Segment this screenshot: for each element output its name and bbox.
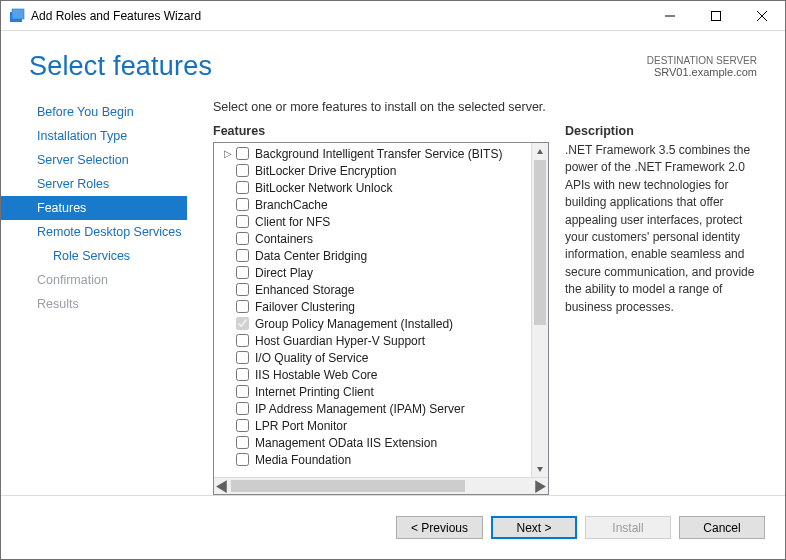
expand-icon[interactable]: ▷ bbox=[222, 148, 234, 159]
feature-row[interactable]: Containers bbox=[214, 230, 531, 247]
feature-label: Failover Clustering bbox=[255, 300, 355, 314]
feature-row[interactable]: IP Address Management (IPAM) Server bbox=[214, 400, 531, 417]
nav-item-before-you-begin[interactable]: Before You Begin bbox=[1, 100, 187, 124]
feature-row[interactable]: Client for NFS bbox=[214, 213, 531, 230]
feature-row[interactable]: IIS Hostable Web Core bbox=[214, 366, 531, 383]
feature-checkbox[interactable] bbox=[236, 181, 249, 194]
feature-row[interactable]: Failover Clustering bbox=[214, 298, 531, 315]
previous-button[interactable]: < Previous bbox=[396, 516, 483, 539]
feature-checkbox[interactable] bbox=[236, 334, 249, 347]
content-columns: Features ▷Background Intelligent Transfe… bbox=[213, 124, 777, 495]
cancel-button[interactable]: Cancel bbox=[679, 516, 765, 539]
nav-item-server-selection[interactable]: Server Selection bbox=[1, 148, 187, 172]
feature-checkbox[interactable] bbox=[236, 453, 249, 466]
nav-item-server-roles[interactable]: Server Roles bbox=[1, 172, 187, 196]
next-button[interactable]: Next > bbox=[491, 516, 577, 539]
wizard-body: Before You BeginInstallation TypeServer … bbox=[1, 94, 785, 495]
destination-server-label: DESTINATION SERVER bbox=[647, 55, 757, 66]
description-text: .NET Framework 3.5 combines the power of… bbox=[565, 142, 757, 316]
features-column: Features ▷Background Intelligent Transfe… bbox=[213, 124, 549, 495]
nav-item-results: Results bbox=[1, 292, 187, 316]
feature-checkbox[interactable] bbox=[236, 266, 249, 279]
wizard-main: Select one or more features to install o… bbox=[187, 94, 785, 495]
feature-label: Containers bbox=[255, 232, 313, 246]
wizard-window: Add Roles and Features Wizard Select fea… bbox=[0, 0, 786, 560]
maximize-button[interactable] bbox=[693, 1, 739, 31]
feature-checkbox[interactable] bbox=[236, 300, 249, 313]
feature-row[interactable]: LPR Port Monitor bbox=[214, 417, 531, 434]
feature-label: Background Intelligent Transfer Service … bbox=[255, 147, 502, 161]
feature-checkbox[interactable] bbox=[236, 164, 249, 177]
feature-label: BitLocker Network Unlock bbox=[255, 181, 392, 195]
nav-item-installation-type[interactable]: Installation Type bbox=[1, 124, 187, 148]
feature-checkbox[interactable] bbox=[236, 351, 249, 364]
svg-rect-1 bbox=[12, 9, 24, 19]
features-tree[interactable]: ▷Background Intelligent Transfer Service… bbox=[213, 142, 549, 495]
feature-row[interactable]: Media Foundation bbox=[214, 451, 531, 468]
install-button[interactable]: Install bbox=[585, 516, 671, 539]
feature-label: Management OData IIS Extension bbox=[255, 436, 437, 450]
feature-checkbox[interactable] bbox=[236, 385, 249, 398]
feature-label: Direct Play bbox=[255, 266, 313, 280]
minimize-button[interactable] bbox=[647, 1, 693, 31]
feature-label: Group Policy Management (Installed) bbox=[255, 317, 453, 331]
destination-server-value: SRV01.example.com bbox=[647, 66, 757, 78]
feature-checkbox[interactable] bbox=[236, 436, 249, 449]
feature-checkbox[interactable] bbox=[236, 147, 249, 160]
horizontal-scrollbar[interactable] bbox=[214, 477, 548, 494]
feature-row[interactable]: Enhanced Storage bbox=[214, 281, 531, 298]
feature-label: Media Foundation bbox=[255, 453, 351, 467]
feature-checkbox[interactable] bbox=[236, 198, 249, 211]
feature-label: LPR Port Monitor bbox=[255, 419, 347, 433]
feature-row[interactable]: Internet Printing Client bbox=[214, 383, 531, 400]
horizontal-scroll-track[interactable] bbox=[231, 478, 531, 494]
destination-server-block: DESTINATION SERVER SRV01.example.com bbox=[647, 55, 757, 78]
feature-row[interactable]: BranchCache bbox=[214, 196, 531, 213]
instruction-text: Select one or more features to install o… bbox=[213, 100, 777, 114]
feature-label: BitLocker Drive Encryption bbox=[255, 164, 396, 178]
feature-checkbox[interactable] bbox=[236, 232, 249, 245]
vertical-scrollbar[interactable] bbox=[531, 143, 548, 477]
svg-rect-3 bbox=[712, 11, 721, 20]
feature-label: I/O Quality of Service bbox=[255, 351, 368, 365]
close-button[interactable] bbox=[739, 1, 785, 31]
nav-item-role-services[interactable]: Role Services bbox=[1, 244, 187, 268]
scroll-up-button[interactable] bbox=[532, 143, 548, 160]
feature-checkbox[interactable] bbox=[236, 249, 249, 262]
scroll-left-button[interactable] bbox=[214, 478, 231, 494]
feature-row[interactable]: I/O Quality of Service bbox=[214, 349, 531, 366]
feature-label: IP Address Management (IPAM) Server bbox=[255, 402, 465, 416]
app-icon bbox=[9, 8, 25, 24]
description-label: Description bbox=[565, 124, 757, 138]
feature-row[interactable]: BitLocker Network Unlock bbox=[214, 179, 531, 196]
scroll-right-button[interactable] bbox=[531, 478, 548, 494]
feature-row[interactable]: Group Policy Management (Installed) bbox=[214, 315, 531, 332]
svg-marker-9 bbox=[535, 480, 546, 493]
feature-checkbox[interactable] bbox=[236, 283, 249, 296]
feature-checkbox[interactable] bbox=[236, 402, 249, 415]
feature-row[interactable]: Direct Play bbox=[214, 264, 531, 281]
page-title: Select features bbox=[29, 51, 212, 82]
feature-checkbox[interactable] bbox=[236, 368, 249, 381]
feature-checkbox[interactable] bbox=[236, 215, 249, 228]
svg-marker-6 bbox=[537, 149, 543, 154]
wizard-header: Select features DESTINATION SERVER SRV01… bbox=[1, 31, 785, 94]
feature-row[interactable]: Host Guardian Hyper-V Support bbox=[214, 332, 531, 349]
feature-row[interactable]: ▷Background Intelligent Transfer Service… bbox=[214, 145, 531, 162]
vertical-scroll-thumb[interactable] bbox=[534, 160, 546, 325]
feature-label: Internet Printing Client bbox=[255, 385, 374, 399]
features-tree-viewport: ▷Background Intelligent Transfer Service… bbox=[214, 143, 531, 477]
svg-marker-8 bbox=[216, 480, 227, 493]
feature-row[interactable]: Data Center Bridging bbox=[214, 247, 531, 264]
feature-row[interactable]: Management OData IIS Extension bbox=[214, 434, 531, 451]
features-label: Features bbox=[213, 124, 549, 138]
description-column: Description .NET Framework 3.5 combines … bbox=[565, 124, 777, 495]
scroll-down-button[interactable] bbox=[532, 460, 548, 477]
vertical-scroll-track[interactable] bbox=[532, 160, 548, 460]
nav-item-features[interactable]: Features bbox=[1, 196, 187, 220]
feature-checkbox[interactable] bbox=[236, 419, 249, 432]
nav-item-remote-desktop-services[interactable]: Remote Desktop Services bbox=[1, 220, 187, 244]
nav-item-confirmation: Confirmation bbox=[1, 268, 187, 292]
horizontal-scroll-thumb[interactable] bbox=[231, 480, 465, 492]
feature-row[interactable]: BitLocker Drive Encryption bbox=[214, 162, 531, 179]
